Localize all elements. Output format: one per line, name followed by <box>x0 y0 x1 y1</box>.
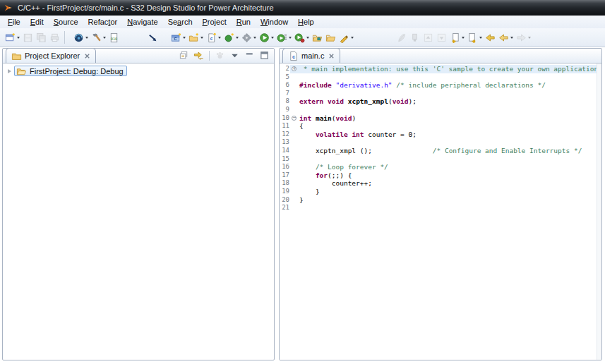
dropdown-arrow-icon[interactable] <box>289 37 292 39</box>
menu-project[interactable]: Project <box>198 16 232 28</box>
line-number[interactable]: 12 <box>280 131 290 139</box>
code-line[interactable]: 19 } <box>280 188 597 196</box>
line-number[interactable]: 15 <box>280 155 290 164</box>
tree-item-firstproject[interactable]: FirstProject: Debug: Debug <box>14 66 127 76</box>
line-number[interactable]: 6 <box>280 81 290 90</box>
dropdown-arrow-icon[interactable] <box>306 37 309 39</box>
line-number[interactable]: 14 <box>280 147 290 155</box>
build-button[interactable] <box>90 30 107 45</box>
open-resource-button[interactable] <box>324 30 337 45</box>
dropdown-arrow-icon[interactable] <box>253 37 256 39</box>
line-number[interactable]: 20 <box>280 196 290 205</box>
code-line[interactable]: 10−int main(void) <box>280 114 597 123</box>
code-line[interactable]: 21 <box>280 204 597 212</box>
pointer-arrow-button[interactable] <box>146 30 160 45</box>
run-button[interactable] <box>258 30 275 45</box>
title-bar[interactable]: C/C++ - FirstProject/src/main.c - S32 De… <box>0 0 605 16</box>
code-line[interactable]: 6#include "derivative.h" /* include peri… <box>280 81 597 90</box>
code-line[interactable]: 13 <box>280 138 597 147</box>
close-icon[interactable] <box>84 53 90 59</box>
new-wizard-button[interactable] <box>4 30 21 45</box>
dropdown-arrow-icon[interactable] <box>200 37 203 39</box>
next-edit-location-button[interactable] <box>466 30 484 45</box>
line-number[interactable]: 19 <box>280 188 290 196</box>
line-number[interactable]: 16 <box>280 163 290 171</box>
code-editor[interactable]: 2+ * main implementation: use this 'C' s… <box>280 63 597 360</box>
code-line[interactable]: 8extern void xcptn_xmpl(void); <box>280 97 597 106</box>
menu-file[interactable]: File <box>3 16 25 28</box>
last-edit-location-button[interactable] <box>448 30 466 45</box>
back-history-button[interactable] <box>484 30 497 45</box>
menu-window[interactable]: Window <box>256 16 293 28</box>
code-line[interactable]: 18 counter++; <box>280 179 597 188</box>
new-c-project-button[interactable]: C <box>169 30 187 45</box>
menu-help[interactable]: Help <box>293 16 319 28</box>
tab-project-explorer[interactable]: Project Explorer <box>6 48 96 63</box>
code-line[interactable]: 12 volatile int counter = 0; <box>280 131 597 139</box>
line-number[interactable]: 17 <box>280 171 290 180</box>
flash-programmer-button[interactable] <box>72 30 90 45</box>
dropdown-arrow-icon[interactable] <box>85 37 88 39</box>
svg-text:c: c <box>292 53 295 59</box>
line-number[interactable]: 13 <box>280 138 290 147</box>
line-number[interactable]: 2 <box>280 65 290 73</box>
line-number[interactable]: 18 <box>280 179 290 188</box>
new-project-button[interactable] <box>187 30 205 45</box>
config-tool-button[interactable] <box>240 30 258 45</box>
new-class-button[interactable] <box>222 30 240 45</box>
menu-search[interactable]: Search <box>163 16 198 28</box>
expander-arrow-icon[interactable] <box>8 69 11 73</box>
dropdown-arrow-icon[interactable] <box>510 37 513 39</box>
code-text <box>298 155 597 164</box>
line-number[interactable]: 10 <box>280 114 290 123</box>
fold-expand-icon[interactable]: + <box>292 66 296 71</box>
code-line[interactable]: 20} <box>280 196 597 205</box>
open-element-button[interactable] <box>311 30 324 45</box>
view-menu-icon[interactable] <box>229 50 240 61</box>
binary-010-button[interactable]: 010 <box>107 30 121 45</box>
dropdown-arrow-icon[interactable] <box>271 37 274 39</box>
menu-navigate[interactable]: Navigate <box>122 16 162 28</box>
code-line[interactable]: 2+ * main implementation: use this 'C' s… <box>280 65 597 73</box>
dropdown-arrow-icon[interactable] <box>103 37 106 39</box>
code-line[interactable]: 16 /* Loop forever */ <box>280 163 597 171</box>
code-line[interactable]: 9 <box>280 106 597 114</box>
menu-run[interactable]: Run <box>232 16 256 28</box>
run-config-button[interactable] <box>275 30 293 45</box>
line-number[interactable]: 5 <box>280 73 290 82</box>
menu-edit[interactable]: Edit <box>25 16 49 28</box>
dropdown-arrow-icon[interactable] <box>218 37 221 39</box>
code-line[interactable]: 5 <box>280 73 597 82</box>
line-number[interactable]: 11 <box>280 122 290 131</box>
code-line[interactable]: 14 xcptn_xmpl (); /* Configure and Enabl… <box>280 147 597 155</box>
maximize-icon[interactable] <box>259 50 270 61</box>
link-with-editor-icon[interactable] <box>193 50 204 61</box>
dropdown-arrow-icon[interactable] <box>183 37 186 39</box>
minimize-icon[interactable] <box>244 50 255 61</box>
collapse-all-icon[interactable] <box>179 50 189 61</box>
code-line[interactable]: 15 <box>280 155 597 164</box>
close-icon[interactable] <box>328 53 335 59</box>
highlight-pen-button[interactable] <box>337 30 355 45</box>
line-number[interactable]: 21 <box>280 204 290 212</box>
back-button[interactable] <box>497 30 515 45</box>
line-number[interactable]: 7 <box>280 90 290 98</box>
menu-source[interactable]: Source <box>49 16 83 28</box>
dropdown-arrow-icon[interactable] <box>17 37 20 39</box>
dropdown-arrow-icon[interactable] <box>462 37 465 39</box>
code-line[interactable]: 11{ <box>280 122 597 131</box>
dropdown-arrow-icon[interactable] <box>236 37 239 39</box>
tab-main-c[interactable]: c main.c <box>282 48 340 63</box>
dropdown-arrow-icon[interactable] <box>528 37 531 39</box>
code-line[interactable]: 7 <box>280 90 597 98</box>
new-source-file-button[interactable]: c <box>205 30 222 45</box>
dropdown-arrow-icon[interactable] <box>479 37 482 39</box>
line-number[interactable]: 8 <box>280 97 290 106</box>
dropdown-arrow-icon[interactable] <box>351 37 354 39</box>
code-line[interactable]: 17 for(;;) { <box>280 171 597 180</box>
line-number[interactable]: 9 <box>280 106 290 114</box>
menu-refactor[interactable]: Refactor <box>83 16 123 28</box>
fold-collapse-icon[interactable]: − <box>292 116 296 121</box>
overview-ruler[interactable] <box>597 63 601 360</box>
profile-button[interactable] <box>293 30 311 45</box>
